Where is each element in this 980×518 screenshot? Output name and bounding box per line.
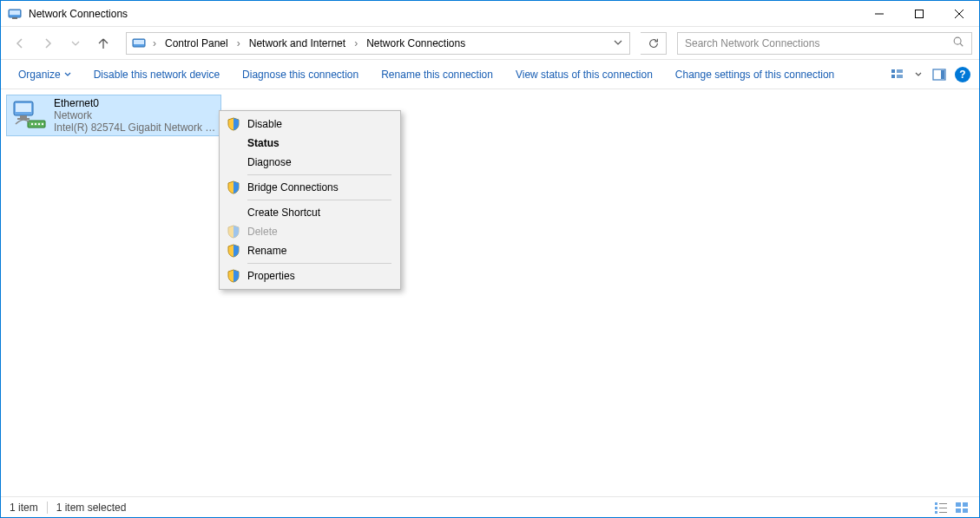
ctx-label: Diagnose <box>247 156 292 168</box>
view-dropdown-button[interactable] <box>913 64 924 85</box>
chevron-down-icon[interactable] <box>607 37 629 49</box>
svg-rect-12 <box>891 75 895 78</box>
svg-rect-34 <box>956 502 961 507</box>
separator <box>47 502 48 514</box>
svg-rect-4 <box>916 10 924 17</box>
ctx-status[interactable]: Status <box>221 134 398 153</box>
svg-point-26 <box>38 123 40 125</box>
svg-rect-35 <box>963 502 968 507</box>
ctx-label: Delete <box>247 226 278 238</box>
svg-rect-1 <box>10 10 20 15</box>
connection-name: Ethernet0 <box>54 97 217 109</box>
svg-rect-20 <box>16 103 31 112</box>
up-button[interactable] <box>91 31 115 56</box>
ctx-label: Create Shortcut <box>247 207 320 219</box>
shield-icon <box>227 244 240 258</box>
search-box[interactable] <box>677 32 972 55</box>
connection-network: Network <box>54 109 217 121</box>
chevron-right-icon[interactable]: › <box>148 37 161 49</box>
svg-rect-18 <box>941 70 944 79</box>
svg-rect-8 <box>134 40 144 44</box>
svg-rect-37 <box>963 508 968 513</box>
svg-rect-32 <box>935 511 937 514</box>
navigation-bar: › Control Panel › Network and Internet ›… <box>1 27 979 60</box>
shield-icon <box>227 269 240 283</box>
diagnose-button[interactable]: Diagnose this connection <box>233 65 367 84</box>
large-icons-view-button[interactable] <box>953 500 970 515</box>
title-bar: Network Connections <box>1 1 979 27</box>
svg-point-27 <box>42 123 43 125</box>
context-menu: Disable Status Diagnose Bridge Connectio… <box>219 110 401 290</box>
minimize-button[interactable] <box>859 1 899 27</box>
rename-button[interactable]: Rename this connection <box>372 65 502 84</box>
organize-button[interactable]: Organize <box>10 65 80 84</box>
svg-rect-30 <box>935 507 937 509</box>
preview-pane-button[interactable] <box>929 64 950 85</box>
network-adapter-icon <box>10 98 49 133</box>
ctx-properties[interactable]: Properties <box>221 266 398 285</box>
separator <box>247 263 391 264</box>
content-area[interactable]: Ethernet0 Network Intel(R) 82574L Gigabi… <box>1 89 979 496</box>
ctx-diagnose[interactable]: Diagnose <box>221 153 398 172</box>
breadcrumb[interactable]: › Control Panel › Network and Internet ›… <box>126 32 630 55</box>
chevron-right-icon[interactable]: › <box>232 37 246 49</box>
separator <box>247 200 391 200</box>
maximize-button[interactable] <box>899 1 939 27</box>
recent-locations-button[interactable] <box>63 31 88 56</box>
ctx-disable[interactable]: Disable <box>221 115 398 134</box>
close-button[interactable] <box>939 1 979 27</box>
organize-label: Organize <box>18 69 61 81</box>
ctx-rename[interactable]: Rename <box>221 241 398 260</box>
svg-rect-21 <box>20 115 27 118</box>
breadcrumb-icon <box>130 36 148 50</box>
breadcrumb-item[interactable]: Control Panel <box>161 37 232 49</box>
chevron-down-icon <box>64 71 71 78</box>
svg-point-25 <box>35 123 36 125</box>
svg-point-9 <box>954 37 961 44</box>
shield-icon <box>227 225 240 239</box>
status-bar: 1 item 1 item selected <box>1 496 979 517</box>
help-button[interactable]: ? <box>955 67 970 82</box>
connection-device: Intel(R) 82574L Gigabit Network C... <box>54 121 217 134</box>
search-input[interactable] <box>685 37 952 49</box>
window-icon <box>8 7 22 21</box>
change-settings-button[interactable]: Change settings of this connection <box>667 65 843 84</box>
svg-rect-11 <box>891 69 895 73</box>
command-bar: Organize Disable this network device Dia… <box>1 60 979 89</box>
breadcrumb-item[interactable]: Network and Internet <box>246 37 349 49</box>
ctx-label: Status <box>247 137 280 149</box>
view-options-button[interactable] <box>887 64 908 85</box>
ctx-label: Rename <box>247 245 286 257</box>
shield-icon <box>227 117 240 131</box>
svg-rect-28 <box>935 502 937 505</box>
svg-line-10 <box>960 43 963 46</box>
refresh-button[interactable] <box>641 32 667 55</box>
forward-button[interactable] <box>36 31 60 56</box>
disable-device-button[interactable]: Disable this network device <box>85 65 228 84</box>
search-icon <box>952 36 964 50</box>
ctx-create-shortcut[interactable]: Create Shortcut <box>221 203 398 222</box>
chevron-right-icon[interactable]: › <box>349 37 363 49</box>
ctx-label: Disable <box>247 118 282 130</box>
details-view-button[interactable] <box>932 500 950 515</box>
breadcrumb-item[interactable]: Network Connections <box>363 37 469 49</box>
shield-icon <box>227 180 240 194</box>
ctx-label: Properties <box>247 270 295 282</box>
svg-point-24 <box>31 123 33 125</box>
ctx-bridge[interactable]: Bridge Connections <box>221 178 398 197</box>
connection-item[interactable]: Ethernet0 Network Intel(R) 82574L Gigabi… <box>6 95 221 136</box>
window-title: Network Connections <box>29 8 128 20</box>
ctx-label: Bridge Connections <box>247 181 339 193</box>
svg-rect-36 <box>956 508 961 513</box>
connection-text: Ethernet0 Network Intel(R) 82574L Gigabi… <box>54 97 217 134</box>
svg-rect-2 <box>12 17 17 19</box>
view-status-button[interactable]: View status of this connection <box>507 65 661 84</box>
status-count: 1 item <box>10 502 38 514</box>
separator <box>247 174 391 175</box>
back-button[interactable] <box>8 31 32 56</box>
ctx-delete: Delete <box>221 222 398 241</box>
status-selected: 1 item selected <box>56 502 127 514</box>
